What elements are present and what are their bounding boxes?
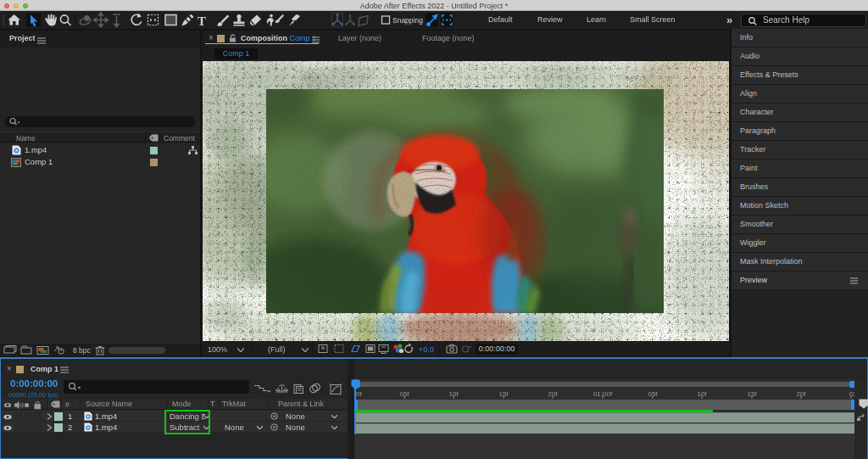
svg-text:+0,0: +0,0 bbox=[419, 345, 434, 354]
svg-text:Snapping: Snapping bbox=[392, 16, 423, 25]
svg-text:T: T bbox=[198, 14, 206, 28]
svg-text:8 bpc: 8 bpc bbox=[73, 346, 92, 355]
